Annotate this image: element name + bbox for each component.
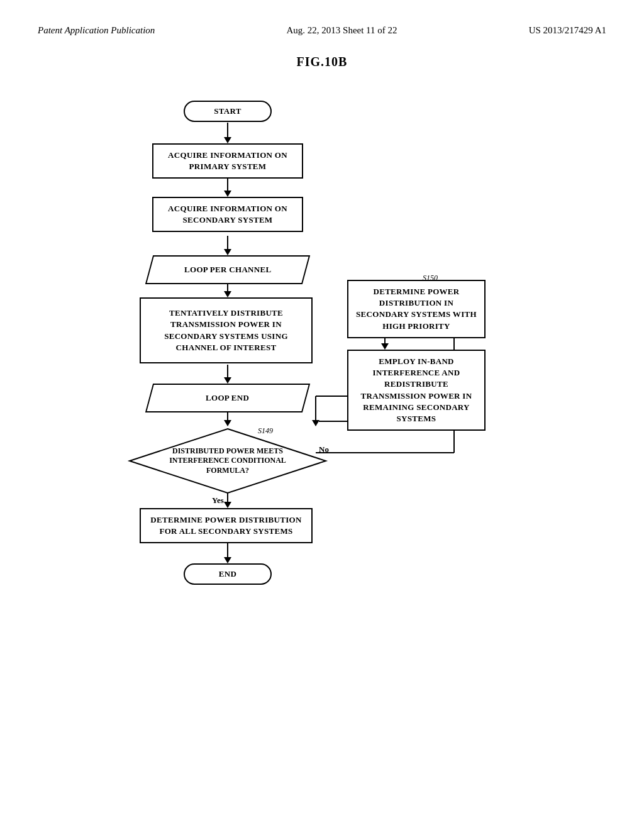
s149-node: DISTRIBUTED POWER MEETS INTERFERENCE CON… (127, 426, 328, 495)
svg-marker-1 (224, 137, 231, 143)
s141-node: ACQUIRE INFORMATION ON PRIMARY SYSTEM (152, 143, 303, 179)
svg-marker-7 (224, 291, 231, 297)
s143-node: TENTATIVELY DISTRIBUTE TRANSMISSION POWE… (140, 297, 313, 363)
header-left: Patent Application Publication (38, 25, 155, 36)
diagram-container: START S141 ACQUIRE INFORMATION ON PRIMAR… (102, 88, 542, 780)
svg-marker-9 (224, 377, 231, 384)
header: Patent Application Publication Aug. 22, … (38, 25, 606, 36)
end-node: END (184, 563, 272, 585)
svg-marker-25 (312, 420, 319, 426)
svg-marker-3 (224, 191, 231, 197)
s152-node: DETERMINE POWER DISTRIBUTION FOR ALL SEC… (140, 508, 313, 543)
svg-marker-21 (381, 343, 389, 350)
figure-title: FIG.10B (38, 55, 606, 69)
header-center: Aug. 22, 2013 Sheet 11 of 22 (286, 25, 397, 36)
loop-per-channel-node: LOOP PER CHANNEL (145, 255, 310, 284)
s150-node: DETERMINE POWER DISTRIBUTION IN SECONDAR… (347, 280, 486, 338)
s151-node: EMPLOY IN-BAND INTERFERENCE AND REDISTRI… (347, 350, 486, 431)
svg-marker-15 (224, 557, 231, 563)
no-label: No (319, 445, 329, 455)
svg-marker-5 (224, 249, 231, 255)
loop-end-node: LOOP END (145, 384, 310, 412)
svg-marker-11 (224, 420, 231, 426)
yes-label: Yes (212, 495, 224, 506)
start-node: START (184, 101, 272, 122)
s142-node: ACQUIRE INFORMATION ON SECONDARY SYSTEM (152, 197, 303, 232)
page: Patent Application Publication Aug. 22, … (0, 0, 644, 830)
s149-label: S149 (258, 426, 273, 436)
header-right: US 2013/217429 A1 (529, 25, 606, 36)
svg-marker-13 (224, 502, 231, 508)
